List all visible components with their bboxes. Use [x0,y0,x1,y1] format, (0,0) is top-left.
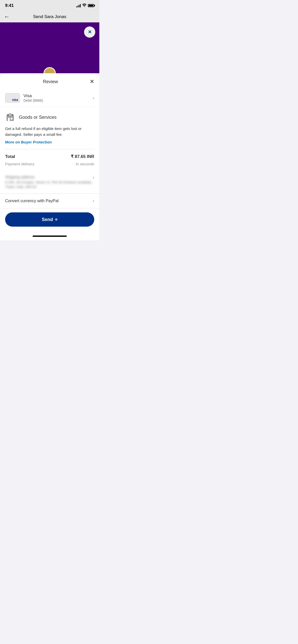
purple-header: ✕ [0,22,99,73]
review-sheet: Review ✕ VISA Visa Debit (8666) › [0,73,99,240]
send-button[interactable]: Send [5,212,94,227]
divider-1 [5,149,94,149]
shipping-title: Shipping address [5,175,92,179]
shipping-address-line2: Thane, India, 400710 [5,185,92,189]
payment-delivery-label: Payment delivery [5,162,34,166]
payment-method-row[interactable]: VISA Visa Debit (8666) › [0,89,99,107]
total-row: Total ₹ 87.65 INR [5,154,94,159]
convert-currency-label: Convert currency with PayPal [5,199,59,203]
convert-currency-row[interactable]: Convert currency with PayPal › [0,194,99,208]
battery-icon [88,4,94,7]
total-amount: ₹ 87.65 INR [71,154,94,159]
nav-bar: ← Send Sara Jonas [0,11,99,22]
goods-services-desc: Get a full refund if an eligible item ge… [5,126,94,137]
back-button[interactable]: ← [4,13,10,20]
payment-delivery-value: In seconds [76,162,94,166]
payment-method-sub: Debit (8666) [23,98,43,103]
review-header: Review ✕ [0,73,99,89]
total-section: Total ₹ 87.65 INR Payment delivery In se… [0,154,99,166]
home-bar [33,236,67,237]
payment-method-chevron: › [93,95,94,101]
nav-title: Send Sara Jonas [33,14,66,19]
home-indicator [0,232,99,240]
svg-rect-1 [8,118,10,121]
status-bar: 9:41 [0,0,99,11]
total-label: Total [5,154,15,159]
shipping-address-row[interactable]: Shipping address S-256, Jal Complex, Sec… [0,171,99,194]
wifi-icon [82,4,86,8]
review-close-button[interactable]: ✕ [90,78,94,85]
visa-logo: VISA [12,98,18,101]
goods-services-title: Goods or Services [19,115,57,120]
buyer-protection-link[interactable]: More on Buyer Protection [5,140,52,144]
review-title: Review [11,79,90,84]
status-time: 9:41 [5,3,14,8]
convert-currency-chevron: › [93,198,94,203]
send-button-container: Send [0,208,99,232]
svg-rect-0 [7,116,14,121]
send-button-dot [55,218,58,221]
svg-rect-3 [9,113,12,116]
svg-rect-2 [11,118,12,120]
payment-method-name: Visa [23,93,43,98]
goods-services-section: Goods or Services Get a full refund if a… [0,107,99,144]
visa-card-icon: VISA [5,93,20,103]
shipping-chevron: › [93,175,94,180]
payment-delivery-row: Payment delivery In seconds [5,162,94,166]
signal-icon [76,4,81,7]
shipping-address-line1: S-256, Jal Complex, Sector 12, Plot 45 (… [5,180,92,185]
store-icon [5,112,15,122]
status-icons [76,4,94,8]
purple-close-button[interactable]: ✕ [84,26,95,38]
